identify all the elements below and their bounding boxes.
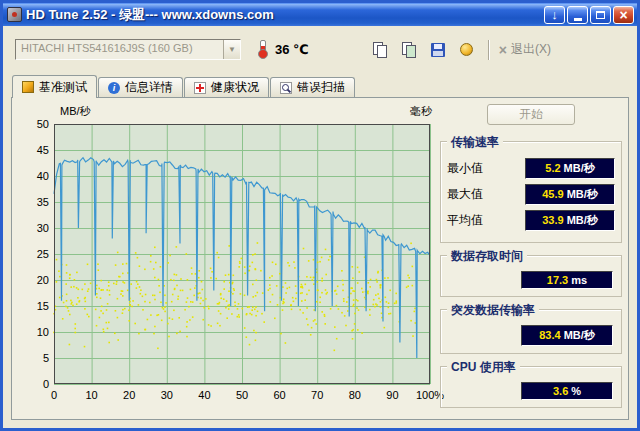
tab-info-label: 信息详情 — [125, 79, 173, 96]
tab-error-scan-label: 错误扫描 — [297, 79, 345, 96]
window-title: HD Tune 2.52 - 绿盟--- www.xdowns.com — [26, 6, 544, 24]
svg-text:5: 5 — [43, 352, 49, 364]
copy-button[interactable] — [368, 39, 392, 61]
cpu-usage-label: CPU 使用率 — [447, 359, 520, 376]
save-icon — [431, 43, 445, 57]
min-rate-label: 最小值 — [447, 160, 483, 177]
svg-text:30: 30 — [37, 222, 49, 234]
value-number: 33.9 — [542, 214, 563, 226]
access-time-label: 数据存取时间 — [447, 248, 527, 265]
tab-health-label: 健康状况 — [211, 79, 259, 96]
chevron-down-icon[interactable]: ▼ — [223, 40, 240, 59]
transfer-rate-title: 传输速率 — [447, 134, 503, 151]
value-number: 45.9 — [542, 188, 563, 200]
copy-image-button[interactable] — [397, 39, 421, 61]
tab-benchmark-label: 基准测试 — [39, 79, 87, 96]
avg-rate-label: 平均值 — [447, 212, 483, 229]
svg-text:15: 15 — [37, 300, 49, 312]
options-icon — [460, 43, 473, 56]
cpu-usage-value: 3.6% — [521, 382, 613, 400]
benchmark-page: MB/秒 毫秒 05101520253035404550010203040506… — [11, 97, 629, 420]
benchmark-icon — [22, 81, 34, 93]
access-time-value: 17.3ms — [521, 271, 613, 289]
thermometer-icon — [257, 40, 267, 59]
hdtune-window: HD Tune 2.52 - 绿盟--- www.xdowns.com ↓ × … — [0, 0, 640, 431]
max-rate-label: 最大值 — [447, 186, 483, 203]
tab-benchmark[interactable]: 基准测试 — [12, 75, 97, 98]
svg-text:80: 80 — [349, 389, 361, 401]
svg-text:0: 0 — [43, 378, 49, 390]
toolbar: HITACHI HTS541616J9S (160 GB) ▼ 36 ℃ × 退… — [3, 26, 637, 73]
max-rate-row: 最大值 45.9MB/秒 — [447, 184, 615, 205]
start-button[interactable]: 开始 — [487, 104, 575, 125]
tab-bar: 基准测试 i 信息详情 健康状况 错误扫描 — [3, 73, 637, 97]
svg-text:30: 30 — [161, 389, 173, 401]
drive-selector[interactable]: HITACHI HTS541616J9S (160 GB) ▼ — [15, 39, 241, 60]
scan-magnifier-icon — [280, 82, 292, 94]
value-unit: ms — [571, 274, 587, 286]
burst-rate-value: 83.4MB/秒 — [521, 325, 613, 346]
options-button[interactable] — [455, 39, 479, 61]
tab-error-scan[interactable]: 错误扫描 — [270, 77, 355, 97]
info-icon: i — [108, 82, 120, 94]
down-arrow-icon: ↓ — [551, 8, 558, 21]
app-icon — [7, 7, 22, 22]
svg-text:20: 20 — [37, 274, 49, 286]
maximize-button[interactable] — [590, 6, 611, 24]
value-unit: MB/秒 — [564, 162, 595, 174]
tab-info[interactable]: i 信息详情 — [98, 77, 183, 97]
results-panel: 开始 传输速率 最小值 5.2MB/秒 最大值 45.9MB/秒 平均值 33.… — [440, 102, 622, 413]
value-number: 3.6 — [553, 385, 568, 397]
svg-text:50: 50 — [236, 389, 248, 401]
cpu-usage-group: CPU 使用率 3.6% — [440, 366, 622, 408]
svg-text:90: 90 — [386, 389, 398, 401]
benchmark-chart: MB/秒 毫秒 05101520253035404550010203040506… — [16, 104, 450, 410]
svg-text:50: 50 — [37, 118, 49, 130]
y-right-unit-label: 毫秒 — [410, 104, 432, 118]
svg-text:25: 25 — [37, 248, 49, 260]
copy-image-icon — [401, 42, 416, 57]
tab-health[interactable]: 健康状况 — [184, 77, 269, 97]
exit-x-icon: × — [499, 43, 507, 57]
burst-rate-label: 突发数据传输率 — [447, 302, 539, 319]
minimize-button[interactable] — [567, 6, 588, 24]
svg-text:45: 45 — [37, 144, 49, 156]
exit-button[interactable]: × 退出(X) — [499, 41, 551, 58]
close-button[interactable]: × — [613, 6, 634, 24]
benchmark-chart-svg: 0510152025303540455001020304050607080901… — [16, 118, 450, 410]
svg-text:10: 10 — [85, 389, 97, 401]
save-button[interactable] — [426, 39, 450, 61]
value-number: 83.4 — [539, 329, 560, 341]
svg-text:60: 60 — [273, 389, 285, 401]
value-unit: MB/秒 — [564, 329, 595, 341]
copy-icon — [372, 42, 387, 57]
min-rate-row: 最小值 5.2MB/秒 — [447, 158, 615, 179]
toolbar-actions: × 退出(X) — [368, 39, 551, 61]
y-left-unit-label: MB/秒 — [60, 104, 91, 118]
avg-rate-row: 平均值 33.9MB/秒 — [447, 210, 615, 231]
max-rate-value: 45.9MB/秒 — [525, 184, 615, 205]
svg-text:20: 20 — [123, 389, 135, 401]
download-arrow-button[interactable]: ↓ — [544, 6, 565, 24]
svg-text:35: 35 — [37, 196, 49, 208]
transfer-rate-group: 传输速率 最小值 5.2MB/秒 最大值 45.9MB/秒 平均值 33.9MB… — [440, 141, 622, 243]
burst-rate-group: 突发数据传输率 83.4MB/秒 — [440, 309, 622, 354]
drive-selector-value: HITACHI HTS541616J9S (160 GB) — [16, 40, 223, 59]
value-number: 17.3 — [547, 274, 568, 286]
health-cross-icon — [194, 82, 206, 94]
svg-text:10: 10 — [37, 326, 49, 338]
value-unit: MB/秒 — [567, 214, 598, 226]
min-rate-value: 5.2MB/秒 — [525, 158, 615, 179]
titlebar[interactable]: HD Tune 2.52 - 绿盟--- www.xdowns.com ↓ × — [3, 3, 637, 26]
svg-text:0: 0 — [51, 389, 57, 401]
svg-text:40: 40 — [198, 389, 210, 401]
value-number: 5.2 — [545, 162, 560, 174]
exit-label: 退出(X) — [511, 41, 551, 58]
value-unit: % — [571, 385, 581, 397]
svg-text:70: 70 — [311, 389, 323, 401]
access-time-group: 数据存取时间 17.3ms — [440, 255, 622, 297]
close-icon: × — [619, 8, 627, 22]
maximize-icon — [596, 11, 605, 19]
value-unit: MB/秒 — [567, 188, 598, 200]
chart-units-row: MB/秒 毫秒 — [16, 104, 450, 118]
